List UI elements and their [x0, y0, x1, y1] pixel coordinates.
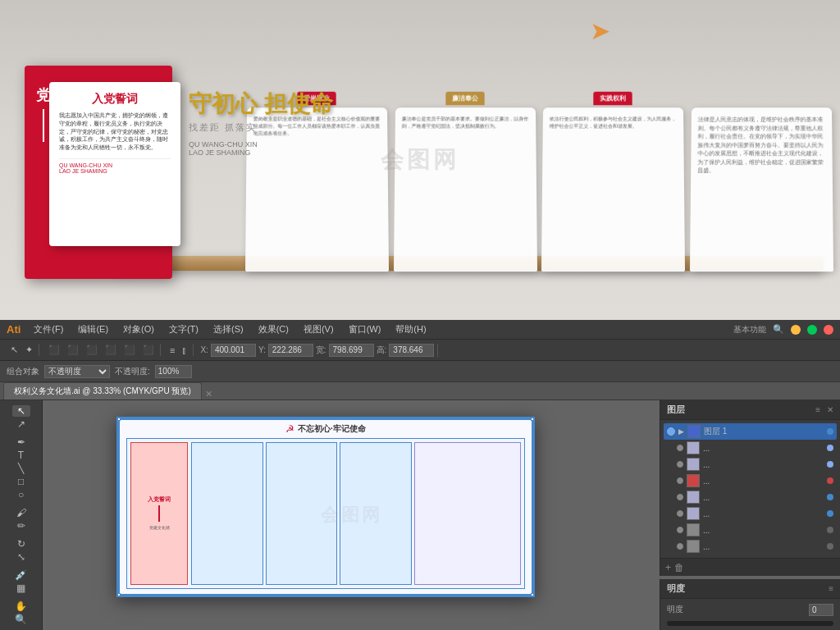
- cards-container: 爱岗敬业 爱岗敬业是职业道德的基础，是社会主义核心价值观的重要组成部分。每一位工…: [246, 25, 832, 271]
- layer-visibility-4[interactable]: [677, 477, 683, 484]
- hand-tool[interactable]: ✋: [12, 600, 30, 612]
- menu-help[interactable]: 帮助(H): [389, 322, 432, 337]
- layer-visibility-8[interactable]: [677, 543, 683, 550]
- align-left-icon[interactable]: ⬛: [46, 344, 62, 356]
- layer-name-6: ...: [703, 509, 824, 518]
- pencil-tool[interactable]: ✏: [12, 520, 30, 532]
- opacity-input[interactable]: [155, 365, 192, 378]
- scale-tool[interactable]: ⤡: [12, 551, 30, 563]
- layer-item-4[interactable]: ...: [664, 472, 837, 489]
- layer-item-3[interactable]: ...: [664, 456, 837, 472]
- panel-collapse-btn[interactable]: ≡: [815, 405, 820, 414]
- close-btn[interactable]: [824, 325, 833, 335]
- layer-visibility-3[interactable]: [677, 461, 683, 468]
- layer-thumb-6: [687, 507, 700, 520]
- maximize-btn[interactable]: [807, 325, 817, 335]
- paintbrush-tool[interactable]: 🖌: [12, 507, 30, 518]
- align-middle-icon[interactable]: ⬛: [121, 344, 138, 356]
- layer-item-6[interactable]: ...: [664, 505, 837, 522]
- rect-tool[interactable]: □: [12, 476, 30, 487]
- layers-list: ▶ 图层 1 ... ...: [660, 420, 840, 558]
- minimize-btn[interactable]: [791, 325, 801, 335]
- selection-tool[interactable]: ↖: [12, 405, 30, 417]
- romanized-text: QU WANG-CHU XIN: [59, 162, 171, 168]
- rotate-tool[interactable]: ↻: [12, 538, 30, 550]
- layer-name-7: ...: [703, 526, 824, 535]
- main-slogan: 守初心 担使命: [189, 90, 333, 118]
- sub-text2: QU WANG-CHU XIN: [189, 140, 333, 148]
- layer-thumb-7: [687, 523, 700, 536]
- menu-type[interactable]: 文字(T): [162, 322, 205, 337]
- layer-visibility-7[interactable]: [677, 527, 683, 533]
- pen-tool[interactable]: ✒: [12, 436, 30, 448]
- y-input[interactable]: [268, 344, 313, 357]
- layer-dot-7: [827, 527, 833, 533]
- eyedropper-tool[interactable]: 💉: [12, 569, 30, 581]
- layer-item-8[interactable]: ...: [664, 538, 837, 555]
- opacity-panel-collapse[interactable]: ≡: [829, 584, 833, 593]
- menu-bar: Ati 文件(F) 编辑(E) 对象(O) 文字(T) 选择(S) 效果(C) …: [0, 320, 840, 340]
- new-layer-btn[interactable]: +: [665, 562, 671, 573]
- layer-name-5: ...: [703, 493, 824, 502]
- line-tool[interactable]: ╲: [12, 463, 30, 474]
- opacity-label: 不透明度:: [115, 366, 150, 377]
- menu-select[interactable]: 选择(S): [207, 322, 250, 337]
- opacity-panel: 明度 ≡ 明度: [660, 579, 840, 630]
- workspace: ↖ ↗ ✒ T ╲ □ ○ 🖌 ✏ ↻ ⤡ 💉 ▦ ✋ 🔍: [0, 400, 840, 630]
- opacity-value-input[interactable]: [809, 604, 833, 616]
- file-tab[interactable]: 权利义务文化墙.ai @ 33.33% (CMYK/GPU 预览): [3, 382, 202, 399]
- menu-effect[interactable]: 效果(C): [252, 322, 295, 337]
- layer-item-2[interactable]: ...: [664, 440, 837, 456]
- combine-label: 组合对象: [7, 366, 39, 377]
- blend-mode-select[interactable]: 不透明度 正常: [44, 365, 110, 378]
- align-center-icon[interactable]: ⬛: [65, 344, 81, 356]
- bp-title-text: 不忘初心·牢记使命: [298, 423, 366, 435]
- select-icon[interactable]: ↖: [8, 344, 21, 356]
- menu-window[interactable]: 窗口(W): [342, 322, 388, 337]
- direct-selection-tool[interactable]: ↗: [12, 418, 30, 430]
- x-label: X:: [200, 345, 208, 354]
- gradient-tool[interactable]: ▦: [12, 582, 30, 594]
- layer-name-3: ...: [703, 460, 824, 469]
- menu-view[interactable]: 视图(V): [297, 322, 340, 337]
- menu-file[interactable]: 文件(F): [27, 322, 70, 337]
- layer-dot-1: [827, 428, 833, 435]
- menu-object[interactable]: 对象(O): [116, 322, 161, 337]
- panel-close-btn[interactable]: ✕: [827, 405, 833, 414]
- close-tab-icon[interactable]: ✕: [205, 389, 212, 399]
- type-tool[interactable]: T: [12, 450, 30, 461]
- zoom-tool[interactable]: 🔍: [12, 614, 30, 625]
- menu-edit[interactable]: 编辑(E): [71, 322, 115, 337]
- align-right-icon[interactable]: ⬛: [84, 344, 100, 356]
- layer-visibility-1[interactable]: [667, 427, 675, 436]
- h-input[interactable]: [389, 344, 434, 357]
- ellipse-tool[interactable]: ○: [12, 489, 30, 500]
- preview-image: 会图网 ➤ 党 入党誓词 我志愿加入中国共产党，拥护党的纲领，遵守党的章程，履行…: [0, 0, 840, 320]
- layer-item-5[interactable]: ...: [664, 489, 837, 505]
- toolbar-selection: ↖ ✦: [5, 344, 39, 356]
- party-oath-text: 我志愿加入中国共产党，拥护党的纲领，遵守党的章程，履行党员义务，执行党的决定，严…: [59, 112, 171, 152]
- layers-panel-header: 图层 ≡ ✕: [660, 400, 840, 420]
- layer-visibility-6[interactable]: [677, 510, 683, 517]
- opacity-slider[interactable]: [667, 621, 833, 626]
- layer-item-1[interactable]: ▶ 图层 1: [664, 423, 837, 440]
- layer-item-7[interactable]: ...: [664, 522, 837, 538]
- layer-visibility-5[interactable]: [677, 494, 683, 500]
- search-btn[interactable]: 🔍: [773, 324, 784, 335]
- w-input[interactable]: [329, 344, 374, 357]
- distribute-v-icon[interactable]: ≡: [167, 345, 177, 356]
- toolbar-align: ⬛ ⬛ ⬛ ⬛ ⬛ ⬛: [43, 344, 161, 356]
- canvas-area[interactable]: 会图网 ☭ 不忘初心·牢记使命 入党誓词 党建文化墙: [43, 400, 660, 630]
- x-input[interactable]: [211, 344, 256, 357]
- layer-visibility-2[interactable]: [677, 445, 683, 451]
- opacity-row: 明度: [667, 604, 833, 616]
- delete-layer-btn[interactable]: 🗑: [674, 562, 684, 573]
- align-top-icon[interactable]: ⬛: [103, 344, 119, 356]
- layer-dot-8: [827, 543, 833, 550]
- align-bottom-icon[interactable]: ⬛: [140, 344, 157, 356]
- distribute-h-icon[interactable]: ⫿: [180, 345, 189, 356]
- layer-thumb-2: [687, 441, 700, 454]
- layer-arrow-1: ▶: [678, 427, 684, 436]
- layer-dot-2: [827, 445, 833, 451]
- magic-wand-icon[interactable]: ✦: [23, 344, 35, 356]
